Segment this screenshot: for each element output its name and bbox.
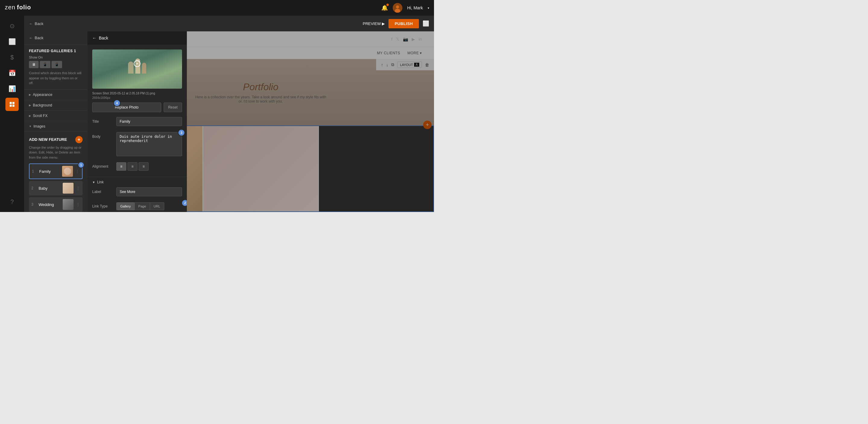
link-type-buttons: Gallery Page URL [116, 202, 164, 210]
alignment-buttons: ≡ ≡ ≡ [116, 162, 149, 171]
add-new-feature-section: ADD NEW FEATURE + Change the order by dr… [24, 132, 87, 212]
svg-rect-8 [12, 104, 14, 107]
add-new-feature-title: ADD NEW FEATURE + [29, 136, 83, 143]
feature-num-3: 3 [31, 202, 36, 207]
background-caret: ▶ [29, 104, 31, 107]
feature-item-2[interactable]: 2 Baby ⋮ [29, 181, 83, 195]
add-new-description: Change the order by dragging up or down.… [29, 145, 83, 160]
feature-num-2: 2 [31, 186, 36, 190]
replace-photo-button[interactable]: Replace Photo [92, 102, 161, 112]
publish-button[interactable]: PUBLISH [389, 19, 419, 28]
svg-rect-6 [12, 102, 14, 104]
step-badge-2: 2 [181, 199, 187, 207]
feature-item-1[interactable]: 1 Family ⋮ 1 [29, 163, 83, 179]
svg-rect-7 [10, 104, 12, 107]
back-label: Back [35, 22, 43, 26]
sidebar-icon-pages[interactable] [5, 98, 19, 111]
feature-thumb-1 [62, 166, 73, 177]
modal-panel: ← Back Screen Shot 2 [87, 31, 187, 212]
feature-name-3: Wedding [38, 202, 60, 207]
link-type-gallery[interactable]: Gallery [116, 202, 135, 210]
toolbar-right: PREVIEW ▶ PUBLISH ⬜ [363, 19, 429, 28]
modal-overlay: ← Back Screen Shot 2 [87, 31, 434, 212]
background-section[interactable]: ▶ Background [24, 100, 87, 110]
logo-text: zen folio [5, 3, 35, 13]
link-label-input[interactable] [116, 187, 182, 196]
body-textarea[interactable]: Duis aute irure dolor in reprehenderit [116, 132, 182, 156]
add-feature-button[interactable]: + [75, 136, 83, 143]
hi-user-label: Hi, Mark [407, 5, 423, 10]
step-badge-3: 3 [178, 129, 185, 136]
feature-menu-3[interactable]: ⋮ [76, 202, 80, 207]
panel-title: FEATURED GALLERIES 1 [24, 44, 87, 56]
scroll-fx-label: Scroll FX [33, 114, 48, 118]
sidebar-icon-images[interactable]: ⬜ [5, 35, 19, 48]
title-label: Title [92, 119, 113, 124]
link-type-page[interactable]: Page [135, 202, 150, 210]
background-label: Background [33, 103, 52, 108]
show-on-section: Show On 🖥 📱 📱 Control which devices this… [24, 56, 87, 89]
step-badge-4: 4 [113, 99, 121, 107]
preview-label: PREVIEW [363, 22, 381, 26]
sidebar-icon-dashboard[interactable]: ⊙ [5, 19, 19, 33]
modal-back-label: Back [99, 36, 108, 40]
left-panel: ← Back FEATURED GALLERIES 1 Show On 🖥 📱 … [24, 31, 87, 212]
sidebar-icon-help[interactable]: ? [5, 195, 19, 208]
panel-back-arrow: ← [29, 36, 33, 40]
sidebar-icon-money[interactable]: $ [5, 51, 19, 64]
modal-photo [92, 50, 182, 89]
sidebar-icon-calendar[interactable]: 📅 [5, 66, 19, 80]
reset-button[interactable]: Reset [164, 102, 182, 112]
svg-point-3 [396, 5, 399, 8]
images-caret: ▼ [29, 125, 32, 128]
svg-rect-5 [10, 102, 12, 104]
preview-button[interactable]: PREVIEW ▶ [363, 22, 385, 26]
images-section[interactable]: ▼ Images [24, 121, 87, 131]
form-body-row: Body Duis aute irure dolor in reprehende… [87, 132, 187, 162]
scroll-fx-section[interactable]: ▶ Scroll FX [24, 110, 87, 121]
user-menu-chevron[interactable]: ▾ [428, 6, 429, 10]
appearance-section[interactable]: ▶ Appearance [24, 89, 87, 100]
desktop-toggle[interactable]: 🖥 [29, 61, 38, 68]
align-center-button[interactable]: ≡ [127, 162, 137, 171]
feature-name-2: Baby [38, 186, 60, 190]
form-title-row: Title [87, 117, 187, 132]
mobile-toggle[interactable]: 📱 [52, 61, 62, 68]
show-on-label: Show On [29, 56, 83, 59]
notification-dot [386, 4, 389, 6]
svg-text:zen: zen [5, 4, 16, 10]
link-label-label: Label [92, 190, 113, 194]
appearance-label: Appearance [33, 93, 53, 97]
feature-name-1: Family [39, 169, 60, 174]
link-section-toggle[interactable]: ▼ Link [87, 177, 187, 187]
notification-icon[interactable]: 🔔 [381, 4, 388, 11]
feature-item-3[interactable]: 3 Wedding ⋮ [29, 197, 83, 212]
split-view-icon[interactable]: ⬜ [423, 20, 429, 27]
feature-list: 1 Family ⋮ 1 2 Baby ⋮ [29, 163, 83, 212]
back-button[interactable]: ← Back [29, 22, 43, 26]
device-toggles: 🖥 📱 📱 [29, 61, 83, 68]
tablet-toggle[interactable]: 📱 [40, 61, 50, 68]
back-arrow-icon: ← [29, 22, 33, 26]
photo-dims: 2664x1696px [92, 96, 182, 99]
sidebar: ⊙ ⬜ $ 📅 📊 ? [0, 16, 24, 212]
link-type-url[interactable]: URL [150, 202, 164, 210]
feature-menu-1[interactable]: ⋮ [75, 169, 80, 174]
link-caret: ▼ [92, 181, 95, 184]
photo-action-buttons: Replace Photo Reset 4 [92, 102, 182, 112]
feature-thumb-3 [63, 199, 73, 210]
step-badge-1: 1 [78, 162, 84, 168]
scroll-fx-caret: ▶ [29, 114, 31, 117]
images-label: Images [33, 124, 45, 128]
sidebar-icon-chart[interactable]: 📊 [5, 82, 19, 95]
modal-back-arrow[interactable]: ← [92, 36, 96, 40]
align-right-button[interactable]: ≡ [138, 162, 149, 171]
title-input[interactable] [116, 117, 182, 126]
appearance-caret: ▶ [29, 93, 31, 96]
align-left-button[interactable]: ≡ [116, 162, 126, 171]
feature-menu-2[interactable]: ⋮ [76, 186, 80, 190]
panel-back-button[interactable]: ← Back [24, 31, 87, 44]
link-type-row: Link Type Gallery Page URL 2 [87, 202, 187, 212]
svg-text:folio: folio [17, 4, 31, 10]
avatar[interactable] [393, 3, 402, 13]
